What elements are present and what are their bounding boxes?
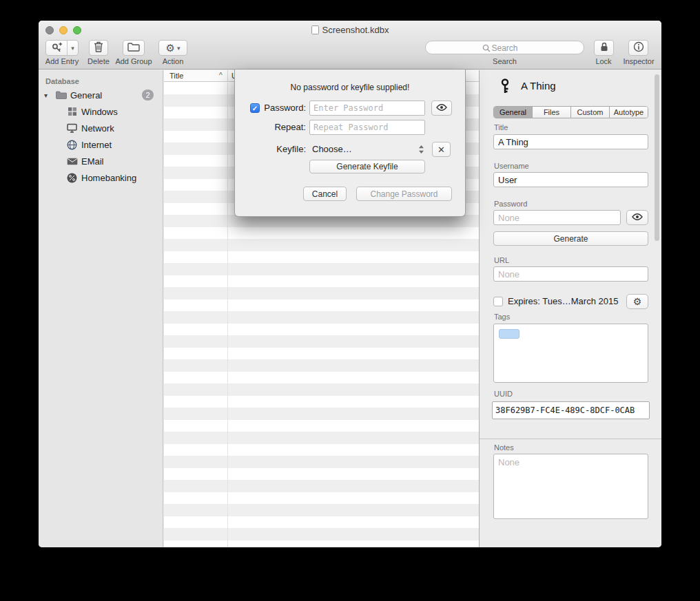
section-divider xyxy=(480,439,661,439)
gear-icon xyxy=(166,42,175,54)
sidebar-item-internet[interactable]: Internet xyxy=(39,136,163,153)
group-count-badge: 2 xyxy=(142,89,154,101)
search-field xyxy=(425,41,584,54)
dropdown-arrow-icon[interactable] xyxy=(68,41,78,55)
uuid-field[interactable]: 38F629B7-FC4E-489C-8DCF-0CAB xyxy=(492,401,650,419)
sheet-message: No password or keyfile supplied! xyxy=(235,83,465,92)
sidebar-item-label: Network xyxy=(81,123,114,134)
url-label: URL xyxy=(494,256,509,264)
delete-label: Delete xyxy=(81,57,116,65)
tags-label: Tags xyxy=(494,313,510,321)
keyfile-label: Keyfile: xyxy=(237,142,306,157)
search-icon xyxy=(482,44,491,52)
globe-icon xyxy=(66,139,78,151)
network-icon xyxy=(66,123,78,134)
add-group-button[interactable] xyxy=(123,40,145,56)
tag-chip[interactable] xyxy=(499,329,519,339)
trash-icon xyxy=(94,41,103,55)
mail-icon xyxy=(66,156,78,167)
delete-button[interactable] xyxy=(89,40,108,56)
title-label: Title xyxy=(494,123,508,131)
show-password-button[interactable] xyxy=(431,101,452,116)
folder-icon xyxy=(55,89,67,101)
expires-checkbox[interactable] xyxy=(493,297,503,306)
gear-icon xyxy=(633,296,642,307)
username-label: Username xyxy=(494,162,529,170)
generate-keyfile-button[interactable]: Generate Keyfile xyxy=(309,160,425,173)
generate-password-button[interactable]: Generate xyxy=(493,231,648,246)
sort-ascending-icon[interactable]: ^ xyxy=(219,72,223,79)
notes-field[interactable] xyxy=(493,454,648,519)
column-grid-line xyxy=(227,83,228,547)
sidebar-item-windows[interactable]: Windows xyxy=(39,103,163,120)
expires-settings-button[interactable] xyxy=(626,294,648,309)
sidebar-item-label: Internet xyxy=(81,140,112,150)
sidebar-item-label: Windows xyxy=(81,107,118,117)
inspector-toggle-button[interactable] xyxy=(628,40,648,56)
column-header-title[interactable]: Title xyxy=(169,72,183,80)
title-field[interactable] xyxy=(493,134,648,149)
password-field[interactable] xyxy=(493,210,621,225)
sidebar-item-label: Homebanking xyxy=(81,173,136,183)
username-field[interactable] xyxy=(493,172,648,187)
tags-field[interactable] xyxy=(493,324,648,383)
change-password-button[interactable]: Change Password xyxy=(356,187,452,201)
url-field[interactable] xyxy=(493,266,648,282)
dropdown-arrow-icon xyxy=(177,45,181,52)
homebanking-icon xyxy=(66,172,78,184)
disclosure-triangle-icon[interactable] xyxy=(44,92,52,99)
sidebar-item-homebanking[interactable]: Homebanking xyxy=(39,169,163,186)
lock-label: Lock xyxy=(586,57,621,65)
window-title-text: Screenshot.kdbx xyxy=(322,25,389,35)
password-label: Password: xyxy=(237,101,306,116)
inspector-tabs: General Files Custom Autotype xyxy=(493,106,648,118)
repeat-label: Repeat: xyxy=(237,120,306,135)
password-label: Password xyxy=(494,200,527,208)
sidebar-group-label: General xyxy=(70,90,102,101)
add-entry-label: Add Entry xyxy=(41,57,83,65)
action-label: Action xyxy=(152,57,194,65)
sidebar-header: Database xyxy=(45,77,79,85)
column-divider[interactable] xyxy=(227,70,228,81)
key-icon xyxy=(497,78,513,97)
search-input[interactable] xyxy=(426,42,584,54)
notes-label: Notes xyxy=(494,443,514,452)
add-entry-button[interactable] xyxy=(45,40,79,56)
window-header: Screenshot.kdbx Add Entry Delete Add Gro… xyxy=(39,21,661,70)
tab-files[interactable]: Files xyxy=(533,107,571,118)
eye-icon xyxy=(436,103,447,113)
sidebar: Database General 2 Windows Network xyxy=(39,70,163,547)
info-icon xyxy=(633,41,644,55)
cancel-button[interactable]: Cancel xyxy=(303,187,347,201)
sidebar-item-network[interactable]: Network xyxy=(39,120,163,136)
action-button[interactable] xyxy=(158,40,187,56)
repeat-password-input[interactable] xyxy=(309,120,425,135)
sidebar-group-general[interactable]: General 2 xyxy=(39,87,163,103)
inspector-scrollbar[interactable] xyxy=(655,74,659,241)
sidebar-item-email[interactable]: EMail xyxy=(39,153,163,169)
expires-label: Expires: Tues…March 2015 xyxy=(508,294,618,309)
lock-icon xyxy=(599,41,609,55)
sidebar-item-label: EMail xyxy=(81,156,104,167)
enter-password-input[interactable] xyxy=(309,101,425,116)
show-password-button[interactable] xyxy=(626,210,648,225)
entry-title: A Thing xyxy=(521,80,556,92)
clear-keyfile-button[interactable] xyxy=(432,142,451,157)
eye-icon xyxy=(632,213,643,222)
window-title: Screenshot.kdbx xyxy=(39,25,661,35)
tab-general[interactable]: General xyxy=(494,107,533,118)
search-label: Search xyxy=(425,57,584,65)
inspector-label: Inspector xyxy=(617,57,660,65)
stepper-icon[interactable] xyxy=(418,145,424,157)
lock-button[interactable] xyxy=(594,40,614,56)
add-group-label: Add Group xyxy=(113,57,154,65)
folder-plus-icon xyxy=(127,42,140,54)
windows-icon xyxy=(66,106,78,118)
inspector-panel: A Thing General Files Custom Autotype Ti… xyxy=(479,70,661,547)
keyfile-popup[interactable]: Choose… xyxy=(312,142,352,157)
tab-custom[interactable]: Custom xyxy=(571,107,610,118)
document-icon xyxy=(311,25,319,34)
tab-autotype[interactable]: Autotype xyxy=(610,107,648,118)
uuid-label: UUID xyxy=(494,390,513,398)
app-window: Screenshot.kdbx Add Entry Delete Add Gro… xyxy=(39,21,661,547)
